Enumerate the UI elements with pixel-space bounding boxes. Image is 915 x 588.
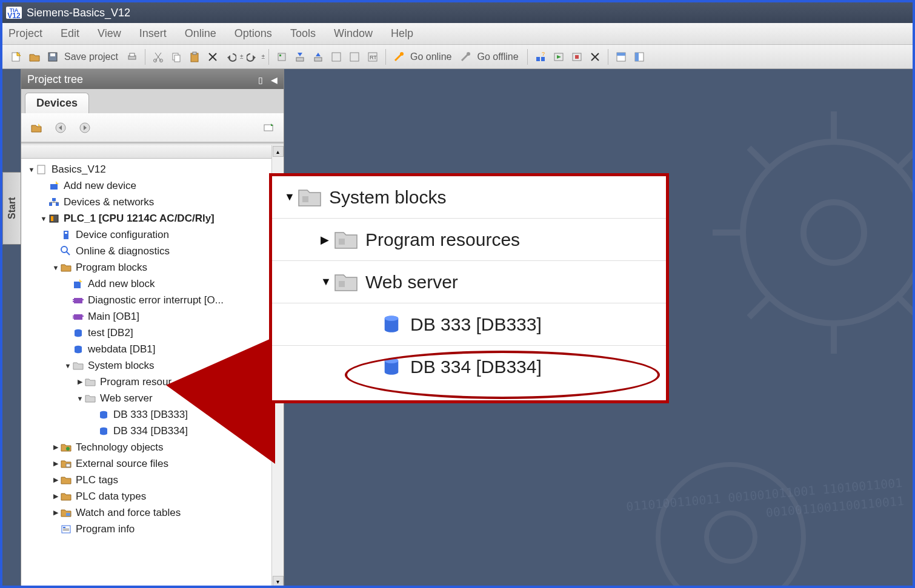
tree-label: Device configuration — [76, 229, 169, 241]
svg-rect-79 — [63, 530, 69, 530]
tree-node-device-config[interactable]: Device configuration — [21, 226, 271, 243]
menu-online[interactable]: Online — [185, 27, 216, 40]
go-offline-icon[interactable] — [458, 49, 473, 65]
cut-icon[interactable] — [150, 49, 166, 65]
save-icon[interactable] — [45, 49, 61, 65]
callout-row-db333: DB 333 [DB333] — [272, 303, 666, 346]
tree-node-plc-tags[interactable]: ▶ PLC tags — [21, 472, 271, 488]
overview-icon[interactable] — [259, 119, 278, 137]
tree-node-online-diag[interactable]: Online & diagnostics — [21, 243, 271, 259]
svg-rect-49 — [50, 184, 58, 190]
tree-node-diag-error-ob[interactable]: Diagnostic error interrupt [O... — [21, 292, 271, 308]
svg-rect-14 — [278, 53, 285, 61]
tree-node-program-info[interactable]: Program info — [21, 521, 271, 537]
tree-node-project-root[interactable]: ▼ Basics_V12 — [21, 161, 271, 177]
split-horizontal-icon[interactable] — [613, 49, 629, 65]
svg-marker-19 — [316, 53, 321, 56]
open-project-icon[interactable] — [27, 49, 42, 65]
svg-rect-80 — [302, 196, 308, 202]
menu-view[interactable]: View — [98, 27, 121, 40]
print-icon[interactable] — [124, 49, 140, 65]
redo-icon[interactable] — [244, 49, 260, 65]
svg-rect-64 — [82, 299, 84, 300]
panel-tab-strip: Devices — [21, 89, 284, 113]
tree-node-devices-networks[interactable]: Devices & networks — [21, 194, 271, 210]
project-tree-panel: Project tree ▯ ◀ Devices ▼ — [21, 69, 284, 586]
svg-point-86 — [385, 358, 399, 363]
menu-edit[interactable]: Edit — [61, 27, 79, 40]
toolbar-icon[interactable]: RT — [365, 49, 381, 65]
nav-forward-icon[interactable] — [76, 119, 94, 137]
go-offline-button[interactable]: Go offline — [477, 51, 518, 62]
scroll-down-icon[interactable]: ▾ — [273, 576, 284, 586]
svg-marker-13 — [253, 55, 256, 60]
upload-icon[interactable] — [310, 49, 326, 65]
download-icon[interactable] — [292, 49, 308, 65]
menu-tools[interactable]: Tools — [290, 27, 316, 40]
tree-node-program-blocks[interactable]: ▼ Program blocks — [21, 259, 271, 276]
callout-row-program-resources: ▶ Program resources — [272, 219, 666, 261]
svg-point-84 — [385, 315, 399, 320]
panel-collapse-icon[interactable]: ◀ — [271, 75, 278, 85]
undo-icon[interactable] — [223, 49, 239, 65]
copy-icon[interactable] — [168, 49, 184, 65]
toolbar-icon[interactable] — [328, 49, 344, 65]
svg-point-7 — [159, 59, 162, 62]
toolbar-icon[interactable] — [569, 49, 585, 65]
menu-insert[interactable]: Insert — [139, 27, 167, 40]
tab-devices[interactable]: Devices — [25, 93, 89, 113]
tree-label: Add new device — [64, 180, 136, 192]
compile-icon[interactable] — [274, 49, 290, 65]
callout-pointer — [166, 337, 275, 464]
tree-node-add-block[interactable]: Add new block — [21, 276, 271, 292]
add-device-icon — [48, 180, 60, 192]
save-project-button[interactable]: Save project — [64, 51, 118, 62]
menu-project[interactable]: Project — [8, 27, 42, 40]
go-online-button[interactable]: Go online — [410, 51, 452, 62]
paste-icon[interactable] — [187, 49, 202, 65]
svg-rect-27 — [541, 57, 545, 61]
svg-marker-41 — [38, 124, 41, 126]
scroll-up-icon[interactable]: ▴ — [273, 146, 284, 157]
svg-point-24 — [400, 52, 404, 56]
tree-label: Program blocks — [76, 262, 147, 274]
db-icon — [72, 343, 84, 355]
db-icon — [382, 357, 401, 377]
menu-help[interactable]: Help — [391, 27, 413, 40]
folder-icon — [60, 441, 72, 454]
delete-icon[interactable] — [205, 49, 221, 65]
tree-node-add-device[interactable]: Add new device — [21, 177, 271, 194]
toolbar-icon[interactable] — [347, 49, 362, 65]
accessible-devices-icon[interactable]: ? — [533, 49, 548, 65]
tree-label: External source files — [76, 458, 168, 470]
tree-label: test [DB2] — [88, 327, 133, 339]
new-project-icon[interactable] — [8, 49, 24, 65]
sysfolder-icon — [84, 376, 96, 388]
redo-dropdown[interactable]: ± — [261, 53, 265, 60]
undo-dropdown[interactable]: ± — [240, 53, 244, 60]
panel-pin-icon[interactable]: ▯ — [258, 75, 263, 85]
svg-rect-16 — [296, 58, 304, 61]
toolbar-icon[interactable] — [551, 49, 567, 65]
tree-node-plc-datatypes[interactable]: ▶ PLC data types — [21, 488, 271, 504]
close-icon[interactable] — [587, 49, 603, 65]
tree-node-plc[interactable]: ▼ PLC_1 [CPU 1214C AC/DC/Rly] — [21, 210, 271, 226]
menu-window[interactable]: Window — [334, 27, 373, 40]
svg-rect-32 — [575, 55, 579, 59]
nav-back-icon[interactable] — [52, 119, 70, 137]
project-name: Basics_V12 — [73, 7, 130, 19]
sysfolder-icon — [298, 185, 322, 210]
go-online-icon[interactable] — [391, 49, 407, 65]
tree-node-main-ob1[interactable]: Main [OB1] — [21, 308, 271, 325]
svg-marker-50 — [56, 181, 59, 184]
start-tab[interactable]: Start — [2, 172, 21, 245]
menu-options[interactable]: Options — [235, 27, 272, 40]
svg-marker-60 — [79, 279, 82, 282]
project-icon — [36, 164, 48, 176]
tree-label: Main [OB1] — [88, 311, 139, 323]
split-vertical-icon[interactable] — [631, 49, 647, 65]
tree-node-watch-force[interactable]: ▶ Watch and force tables — [21, 504, 271, 521]
db-icon — [98, 409, 110, 421]
new-item-icon[interactable] — [27, 119, 45, 137]
main-toolbar: Save project ± ± RT Go online Go offline… — [2, 45, 913, 69]
